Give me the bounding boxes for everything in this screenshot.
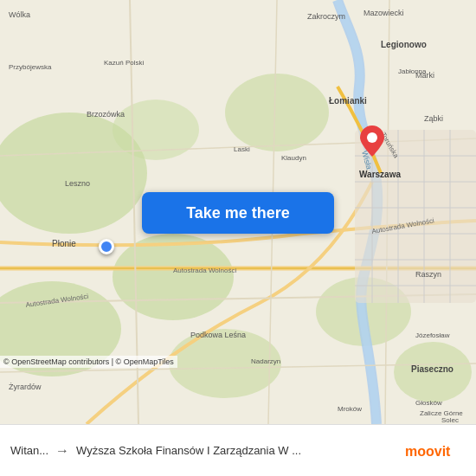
svg-text:Mroków: Mroków <box>338 405 362 413</box>
svg-point-60 <box>367 132 377 143</box>
direction-arrow-icon: → <box>55 443 69 459</box>
svg-text:Kazuń Polski: Kazuń Polski <box>104 59 144 67</box>
svg-text:Laski: Laski <box>234 145 250 153</box>
svg-text:Legionowo: Legionowo <box>381 40 427 49</box>
destination-marker <box>360 125 384 160</box>
bottom-bar: Witan... → Wyższa Szkoła Finansów I Zarz… <box>0 424 476 476</box>
svg-text:Marki: Marki <box>415 71 434 80</box>
svg-text:Płonie: Płonie <box>52 239 76 248</box>
svg-text:Zakroczym: Zakroczym <box>307 12 345 21</box>
svg-text:Mazowiecki: Mazowiecki <box>363 9 404 17</box>
to-location: Wyższa Szkoła Finansów I Zarządzania W .… <box>76 444 398 457</box>
moovit-logo: moovit <box>405 441 466 460</box>
origin-marker <box>99 239 114 254</box>
svg-text:Ząbki: Ząbki <box>424 114 443 123</box>
svg-text:Głosków: Głosków <box>415 399 442 407</box>
svg-text:Brzozówka: Brzozówka <box>87 110 125 119</box>
svg-text:Klaudyn: Klaudyn <box>281 154 306 162</box>
svg-text:Podkowa Leśna: Podkowa Leśna <box>190 331 246 339</box>
svg-text:Łomianki: Łomianki <box>329 96 367 106</box>
svg-text:Józefosław: Józefosław <box>415 331 450 339</box>
moovit-logo-svg: moovit <box>405 441 466 460</box>
svg-text:Zalicze Górne: Zalicze Górne <box>420 409 463 417</box>
svg-text:Żyrardów: Żyrardów <box>9 383 42 391</box>
svg-text:Przybójewska: Przybójewska <box>9 63 52 71</box>
svg-text:Solec: Solec <box>441 416 459 424</box>
svg-text:Nadarzyn: Nadarzyn <box>251 357 280 365</box>
map-container: Zakroczym Mazowiecki Legionowo Jabłonna … <box>0 0 476 424</box>
take-me-there-button[interactable]: Take me there <box>142 192 334 234</box>
svg-text:Autostrada Wolności: Autostrada Wolności <box>173 267 236 274</box>
svg-text:Piaseczno: Piaseczno <box>411 364 453 374</box>
svg-text:Wólka: Wólka <box>9 10 30 19</box>
svg-text:Warszawa: Warszawa <box>359 170 401 179</box>
svg-point-3 <box>225 74 329 151</box>
from-location: Witan... <box>10 444 48 457</box>
svg-text:Raszyn: Raszyn <box>415 270 441 279</box>
svg-text:moovit: moovit <box>405 444 451 459</box>
svg-text:Leszno: Leszno <box>65 179 90 188</box>
map-attribution: © OpenStreetMap contributors | © OpenMap… <box>0 356 177 368</box>
